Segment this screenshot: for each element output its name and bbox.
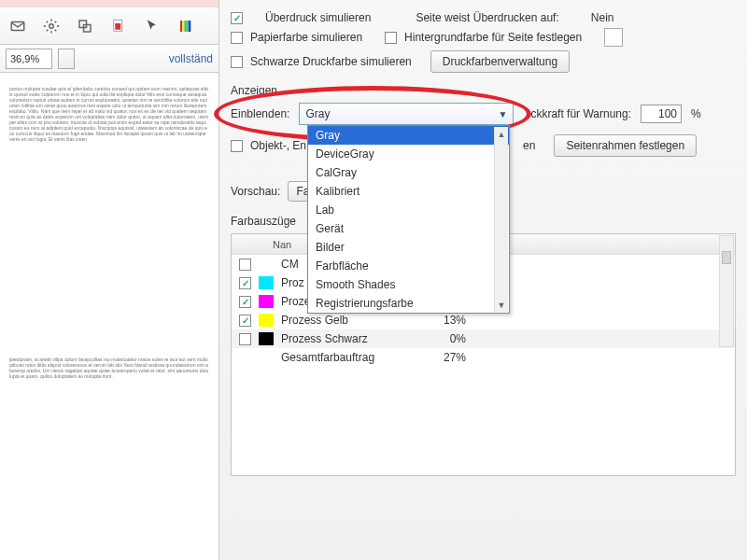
dropdown-item-bilder[interactable]: Bilder [308,238,509,257]
svg-point-1 [49,23,54,28]
ink-manager-button[interactable]: Druckfarbenverwaltung [430,50,570,73]
swatch-cyan [259,276,274,289]
sep-row-yellow[interactable]: Prozess Gelb 13% [232,311,735,329]
paper-color-label: Papierfarbe simulieren [250,31,362,44]
svg-rect-6 [180,21,182,32]
left-pane: 36,9% vollständ portos molupta cusdae qu… [0,0,219,560]
sep-name: Prozess Gelb [281,314,421,327]
chevron-down-icon: ▼ [498,109,507,119]
preview-text-2: ipiedipsam, at areriit vilipa dolum face… [9,357,209,379]
left-accent-strip [0,0,218,7]
sep-row-black[interactable]: Prozess Schwarz 0% [232,329,735,348]
dropdown-item-devicegray[interactable]: DeviceGray [308,145,509,163]
dropdown-item-registrierungsfarbe[interactable]: Registrierungsfarbe [308,294,509,313]
col-header-name: Nan [273,239,310,250]
svg-rect-9 [187,21,189,32]
page-red-icon[interactable] [108,16,129,36]
zoom-row: 36,9% vollständ [0,45,218,73]
svg-rect-10 [189,21,190,32]
dropdown-item-gray[interactable]: Gray [308,126,509,145]
page-overprint-value: Nein [591,11,614,24]
dropdown-item-geraet[interactable]: Gerät [308,219,509,238]
einblenden-dropdown[interactable]: Gray DeviceGray CalGray Kalibriert Lab G… [307,125,510,314]
dropdown-item-calgray[interactable]: CalGray [308,163,509,182]
bg-color-swatch[interactable] [604,28,623,47]
sep-value: 27% [429,351,466,364]
vorschau-label: Vorschau: [231,185,280,198]
preview-text: portos molupta cusdae quis el iplendabo … [9,86,209,142]
seitenrahmen-button[interactable]: Seitenrahmen festlegen [554,134,697,157]
black-ink-label: Schwarze Druckfarbe simulieren [250,55,412,68]
sep-row-total[interactable]: Gesamtfarbauftrag 27% [232,348,735,367]
overprint-checkbox[interactable] [231,12,243,24]
page-overprint-label: Seite weist Überdrucken auf: [416,11,558,24]
sep-checkbox[interactable] [239,333,251,345]
dropdown-item-kalibriert[interactable]: Kalibriert [308,182,509,201]
sep-value: 13% [429,314,466,327]
separations-scrollbar[interactable] [719,235,734,347]
sep-checkbox[interactable] [239,277,251,289]
paper-color-checkbox[interactable] [231,32,243,44]
zoom-combo[interactable]: 36,9% [6,49,52,69]
sep-name: Prozess Schwarz [281,332,421,345]
einblenden-combo[interactable]: Gray ▼ [299,103,514,125]
scroll-up-icon[interactable]: ▲ [495,127,508,141]
objekt-checkbox[interactable] [231,140,243,152]
sep-name: Gesamtfarbauftrag [281,351,421,364]
bg-color-label: Hintergrundfarbe für Seite festlegen [404,31,582,44]
gear-icon[interactable] [41,16,62,36]
cursor-icon[interactable] [142,16,162,36]
svg-rect-5 [115,23,120,30]
sep-value: 0% [429,332,466,345]
einblenden-label: Einblenden: [231,107,289,120]
zoom-dropdown-button[interactable] [58,49,75,69]
warn-opacity-label: ckkraft für Warnung: [530,107,631,120]
dropdown-item-lab[interactable]: Lab [308,201,509,219]
spectrum-icon[interactable] [176,16,196,36]
black-ink-checkbox[interactable] [231,56,243,68]
swatch-yellow [259,314,274,327]
einblenden-value: Gray [305,107,330,120]
document-preview[interactable]: portos molupta cusdae quis el iplendabo … [0,73,218,560]
dropdown-item-smooth-shades[interactable]: Smooth Shades [308,275,509,294]
sep-checkbox[interactable] [239,259,251,271]
objekt-label-tail: en [523,139,535,152]
dropdown-item-farbflaeche[interactable]: Farbfläche [308,257,509,275]
view-mode-label[interactable]: vollständ [169,52,213,65]
sep-checkbox[interactable] [239,315,251,327]
left-toolbar [0,7,218,45]
scroll-down-icon[interactable]: ▼ [495,298,508,312]
svg-rect-8 [185,21,187,32]
overprint-label: Überdruck simulieren [265,11,371,24]
warn-opacity-field[interactable]: 100 [641,105,682,123]
swatch-magenta [259,295,274,308]
display-section-label: Anzeigen [231,84,736,97]
bg-color-checkbox[interactable] [385,32,397,44]
right-panel: Überdruck simulieren Seite weist Überdru… [219,0,747,560]
dropdown-scrollbar[interactable]: ▲ ▼ [494,127,508,312]
mail-icon[interactable] [7,16,28,36]
objekt-label-cut: Objekt-, En [250,139,306,152]
svg-rect-7 [182,21,184,32]
swatch-black [259,332,274,345]
percent-sign: % [691,107,701,120]
overlap-icon[interactable] [75,16,95,36]
sep-checkbox[interactable] [239,296,251,308]
